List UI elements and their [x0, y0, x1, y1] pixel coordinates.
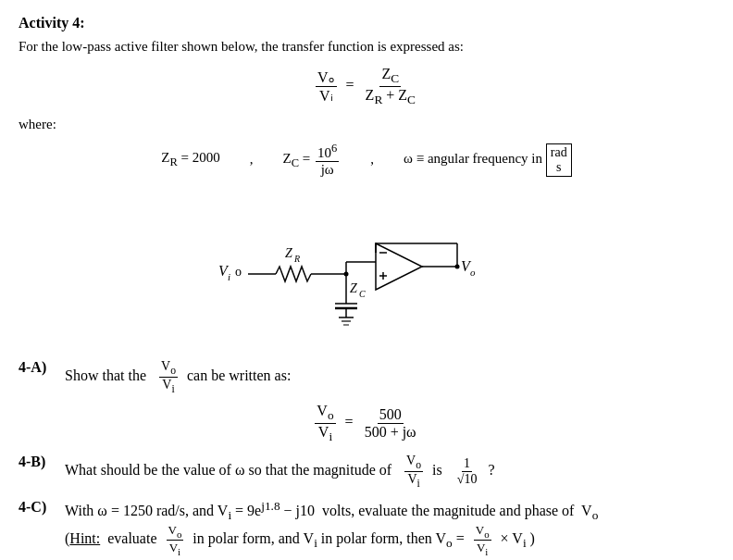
part-c-hint-fraction2: Vo Vi: [474, 523, 491, 556]
svg-text:Z: Z: [350, 281, 357, 295]
comma2: ,: [370, 152, 374, 168]
part-a-suffix: can be written as:: [187, 367, 291, 383]
part-a-content: Show that the Vo Vi can be written as:: [65, 359, 714, 395]
part-b-frac-num: Vo: [404, 454, 423, 472]
zc-den: jω: [319, 162, 336, 178]
part-c-hint-fraction: Vo Vi: [167, 523, 184, 556]
rad-unit: rad: [551, 145, 567, 160]
part-a-eq-lhs: Vo Vi: [315, 403, 335, 444]
part-c-hint-frac-num: Vo: [167, 523, 184, 541]
omega-definition: ω ≡ angular frequency in rad s: [404, 143, 572, 177]
part-c: 4-C) With ω = 1250 rad/s, and Vi = 9ej1.…: [19, 499, 714, 557]
part-b-answer-fraction: 1 √10: [455, 456, 479, 487]
svg-marker-20: [376, 243, 422, 290]
part-b-content: What should be the value of ω so that th…: [65, 454, 714, 490]
part-b-label: 4-B): [19, 454, 57, 470]
part-b-ans-num: 1: [462, 456, 472, 472]
svg-text:i: i: [228, 271, 230, 282]
rad-box: rad s: [546, 143, 572, 177]
tf-lhs-den: Vᵢ: [317, 87, 335, 105]
part-a-eq-rhs-num: 500: [378, 406, 404, 424]
zc-definition: ZC = 106 jω: [283, 142, 342, 178]
part-a-equation: Vo Vi = 500 500 + jω: [19, 403, 714, 444]
part-a-eq-lhs-num: Vo: [315, 403, 335, 424]
part-a-frac-num: Vo: [159, 359, 178, 378]
part-b-text: What should be the value of ω so that th…: [65, 462, 391, 478]
svg-text:C: C: [359, 289, 366, 299]
part-a-eq-lhs-den: Vi: [317, 424, 334, 444]
part-c-label: 4-C): [19, 499, 57, 516]
part-c-hint-frac-den: Vi: [168, 541, 182, 557]
part-c-text1: With ω = 1250 rad/s, and Vi = 9ej1.8 − j…: [65, 503, 598, 518]
part-a-text: Show that the: [65, 367, 146, 383]
s-unit: s: [556, 160, 561, 175]
comma1: ,: [250, 152, 254, 168]
svg-text:R: R: [293, 254, 300, 264]
circuit-svg: V i o Z R Z C: [209, 193, 524, 341]
part-b-question-mark: ?: [488, 462, 494, 478]
zc-num: 106: [316, 142, 339, 162]
definitions-row: ZR = 2000 , ZC = 106 jω , ω ≡ angular fr…: [19, 142, 714, 178]
part-a-frac-den: Vi: [160, 378, 176, 395]
part-c-hint-row: (Hint: evaluate Vo Vi in polar form, and…: [65, 530, 535, 546]
where-label: where:: [19, 117, 714, 132]
part-a-eq-rhs: 500 500 + jω: [363, 406, 418, 441]
part-a: 4-A) Show that the Vo Vi can be written …: [19, 359, 714, 395]
svg-text:o: o: [470, 267, 476, 278]
part-b-is: is: [432, 462, 442, 478]
transfer-function-eq: Vₒ Vᵢ = ZC ZR + ZC: [19, 66, 714, 107]
part-b: 4-B) What should be the value of ω so th…: [19, 454, 714, 490]
zr-definition: ZR = 2000: [161, 150, 219, 169]
part-b-frac-den: Vi: [405, 472, 421, 490]
circuit-diagram: V i o Z R Z C: [19, 193, 714, 341]
part-b-fraction: Vo Vi: [404, 454, 423, 490]
intro-text: For the low-pass active filter shown bel…: [19, 39, 714, 55]
svg-text:Z: Z: [285, 246, 292, 260]
part-b-ans-den: √10: [455, 472, 479, 487]
tf-lhs-num: Vₒ: [316, 68, 337, 87]
part-c-hint-word: Hint:: [69, 530, 100, 546]
part-a-eq-rhs-den: 500 + jω: [363, 424, 418, 441]
part-c-content: With ω = 1250 rad/s, and Vi = 9ej1.8 − j…: [65, 499, 714, 557]
tf-rhs-den: ZR + ZC: [364, 87, 417, 107]
tf-rhs-num: ZC: [379, 66, 401, 87]
page-title: Activity 4:: [19, 15, 714, 31]
part-c-hint-frac2-den: Vi: [475, 541, 490, 557]
part-a-label: 4-A): [19, 359, 57, 376]
part-c-hint-frac2-num: Vo: [474, 523, 491, 541]
part-a-fraction: Vo Vi: [159, 359, 178, 395]
svg-text:o: o: [235, 265, 242, 279]
